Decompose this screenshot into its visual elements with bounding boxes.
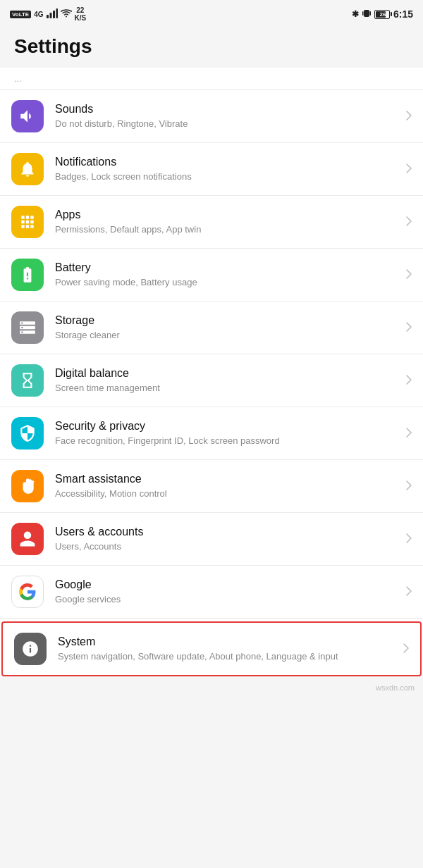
svg-rect-2	[53, 11, 55, 18]
digital-balance-title: Digital balance	[55, 366, 400, 381]
settings-item-security[interactable]: Security & privacyFace recognition, Fing…	[0, 407, 423, 460]
google-subtitle: Google services	[55, 593, 400, 606]
notifications-icon	[11, 153, 44, 185]
battery-chevron-icon	[406, 268, 412, 283]
svg-rect-4	[364, 10, 369, 17]
settings-item-battery[interactable]: BatteryPower saving mode, Battery usage	[0, 249, 423, 302]
users-accounts-text: Users & accountsUsers, Accounts	[55, 525, 400, 554]
smart-assistance-icon	[11, 470, 44, 502]
storage-subtitle: Storage cleaner	[55, 329, 400, 342]
settings-item-google[interactable]: GoogleGoogle services	[0, 566, 423, 619]
svg-rect-3	[56, 8, 58, 18]
wifi-icon	[61, 9, 72, 20]
storage-title: Storage	[55, 314, 400, 328]
digital-balance-icon	[11, 364, 44, 397]
notifications-title: Notifications	[55, 155, 400, 170]
battery-icon: 26	[374, 10, 390, 19]
google-icon	[11, 576, 44, 608]
volte-badge: VoLTE	[10, 11, 31, 18]
digital-balance-chevron-icon	[406, 373, 412, 388]
apps-subtitle: Permissions, Default apps, App twin	[55, 223, 400, 236]
svg-rect-0	[47, 15, 49, 18]
storage-icon	[11, 311, 44, 344]
settings-item-notifications[interactable]: NotificationsBadges, Lock screen notific…	[0, 143, 423, 196]
sounds-chevron-icon	[406, 109, 412, 124]
system-icon	[14, 633, 47, 665]
signal-bars	[47, 8, 58, 20]
battery-title: Battery	[55, 261, 400, 275]
signal-4g: 4G	[34, 11, 43, 18]
storage-chevron-icon	[406, 321, 412, 335]
security-chevron-icon	[406, 426, 412, 441]
bluetooth-icon: ✱	[352, 9, 359, 19]
smart-assistance-text: Smart assistanceAccessibility, Motion co…	[55, 472, 400, 501]
smart-assistance-chevron-icon	[406, 479, 412, 494]
network-speed: 22K/S	[75, 6, 87, 22]
battery-subtitle: Power saving mode, Battery usage	[55, 276, 400, 289]
settings-list: ... SoundsDo not disturb, Ringtone, Vibr…	[0, 68, 423, 676]
system-chevron-icon	[403, 642, 409, 657]
settings-item-system[interactable]: SystemSystem navigation, Software update…	[1, 621, 422, 676]
security-title: Security & privacy	[55, 419, 400, 434]
settings-item-smart-assistance[interactable]: Smart assistanceAccessibility, Motion co…	[0, 460, 423, 513]
google-chevron-icon	[406, 585, 412, 600]
settings-item-apps[interactable]: AppsPermissions, Default apps, App twin	[0, 196, 423, 249]
settings-item-users-accounts[interactable]: Users & accountsUsers, Accounts	[0, 513, 423, 566]
page-title: Settings	[14, 35, 409, 58]
status-bar: VoLTE 4G 22K/S ✱	[0, 0, 423, 28]
apps-icon	[11, 206, 44, 238]
system-subtitle: System navigation, Software update, Abou…	[58, 650, 398, 663]
smart-assistance-subtitle: Accessibility, Motion control	[55, 488, 400, 500]
sounds-icon	[11, 100, 44, 132]
svg-rect-6	[369, 11, 371, 16]
security-text: Security & privacyFace recognition, Fing…	[55, 419, 400, 448]
battery-icon	[11, 259, 44, 291]
battery-text: BatteryPower saving mode, Battery usage	[55, 261, 400, 290]
security-subtitle: Face recognition, Fingerprint ID, Lock s…	[55, 435, 400, 447]
settings-item-digital-balance[interactable]: Digital balanceScreen time management	[0, 354, 423, 407]
vibrate-icon	[362, 8, 371, 21]
status-right: ✱ 26 6:15	[352, 8, 413, 21]
settings-item-storage[interactable]: StorageStorage cleaner	[0, 302, 423, 354]
sounds-text: SoundsDo not disturb, Ringtone, Vibrate	[55, 102, 400, 131]
apps-text: AppsPermissions, Default apps, App twin	[55, 208, 400, 237]
system-title: System	[58, 635, 398, 650]
security-icon	[11, 417, 44, 450]
google-title: Google	[55, 578, 400, 593]
apps-title: Apps	[55, 208, 400, 223]
time-display: 6:15	[393, 8, 413, 20]
settings-item-sounds[interactable]: SoundsDo not disturb, Ringtone, Vibrate	[0, 90, 423, 143]
notifications-chevron-icon	[406, 162, 412, 177]
notifications-subtitle: Badges, Lock screen notifications	[55, 170, 400, 183]
partial-item: ...	[0, 68, 423, 90]
status-left: VoLTE 4G 22K/S	[10, 6, 86, 22]
sounds-subtitle: Do not disturb, Ringtone, Vibrate	[55, 118, 400, 130]
system-text: SystemSystem navigation, Software update…	[58, 635, 398, 664]
smart-assistance-title: Smart assistance	[55, 472, 400, 487]
users-accounts-chevron-icon	[406, 532, 412, 547]
storage-text: StorageStorage cleaner	[55, 314, 400, 342]
watermark: wsxdn.com	[0, 679, 423, 696]
google-text: GoogleGoogle services	[55, 578, 400, 607]
svg-rect-5	[362, 11, 364, 16]
digital-balance-text: Digital balanceScreen time management	[55, 366, 400, 395]
sounds-title: Sounds	[55, 102, 400, 117]
page-title-bar: Settings	[0, 28, 423, 68]
digital-balance-subtitle: Screen time management	[55, 382, 400, 395]
apps-chevron-icon	[406, 215, 412, 230]
svg-rect-1	[49, 13, 51, 18]
notifications-text: NotificationsBadges, Lock screen notific…	[55, 155, 400, 184]
users-accounts-icon	[11, 523, 44, 555]
users-accounts-subtitle: Users, Accounts	[55, 540, 400, 553]
users-accounts-title: Users & accounts	[55, 525, 400, 540]
